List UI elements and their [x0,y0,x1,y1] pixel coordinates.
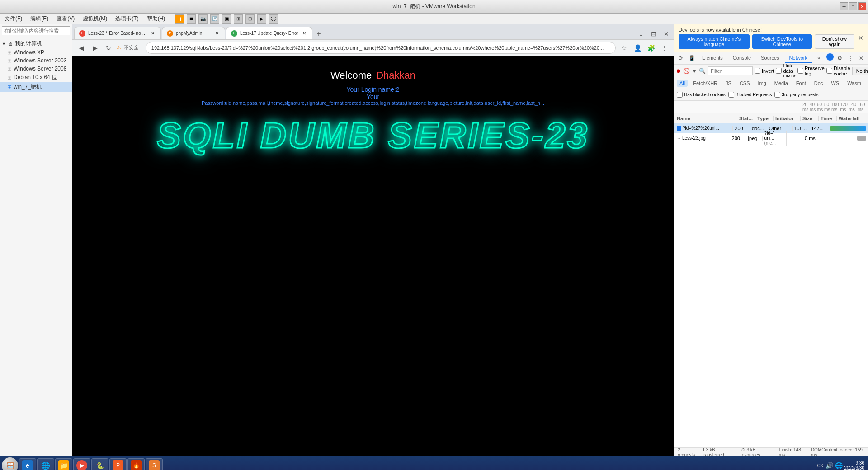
disable-cache-label[interactable]: Disable cache [826,66,850,76]
tab-chrome-close[interactable]: ✕ [661,28,672,39]
maximize-btn[interactable]: □ [849,2,857,10]
disable-cache-checkbox[interactable] [826,68,832,74]
sidebar-item-winxp[interactable]: ⊞ Windows XP [0,48,72,56]
filter-wasm[interactable]: Wasm [844,80,864,87]
switch-devtools-btn[interactable]: Switch DevTools to Chinese [752,34,812,49]
sidebar-item-win2008[interactable]: ⊞ Windows Server 2008 [0,65,72,73]
stop-icon[interactable]: ⏹ [187,14,196,24]
tab-close-1[interactable]: ✕ [214,30,220,37]
col-status[interactable]: Stat... [737,116,755,121]
throttle-select[interactable]: No throttling [852,67,868,75]
sidebar-search-container[interactable] [0,24,72,37]
taskbar-media[interactable]: ▶ [73,458,90,470]
fullscreen-icon[interactable]: ⛶ [269,14,278,24]
sidebar-item-win2003[interactable]: ⊞ Windows Server 2003 [0,56,72,65]
invert-label[interactable]: Invert [755,68,774,74]
more-options-icon[interactable]: ⋮ [845,53,855,63]
filter-doc[interactable]: Doc [811,80,826,87]
preserve-log-label[interactable]: Preserve log [797,66,825,76]
back-btn[interactable]: ◀ [76,42,87,53]
hide-data-urls-checkbox[interactable] [776,68,782,74]
filter-img[interactable]: Img [755,80,769,87]
view3-icon[interactable]: ⊟ [245,14,255,24]
tab-elements[interactable]: Elements [698,53,727,63]
tree-my-computer[interactable]: ▼ 🖥 我的计算机 [0,39,72,48]
filter-css[interactable]: CSS [737,80,753,87]
pause-icon[interactable]: ⏸ [175,14,184,24]
hide-data-urls-label[interactable]: Hide data URLs [776,63,796,79]
col-waterfall[interactable]: Waterfall [837,116,868,121]
taskbar-postman[interactable]: P [109,458,127,470]
sidebar-item-debian[interactable]: ⊞ Debian 10.x 64 位 [0,73,72,82]
browser-tab-1[interactable]: P phpMyAdmin ✕ [162,27,225,39]
tab-list-btn[interactable]: ⌄ [636,28,646,39]
blocked-cookies-label[interactable]: Has blocked cookies [677,92,726,98]
tab-restore-btn[interactable]: ⊟ [648,28,659,39]
taskbar-chrome[interactable]: 🌐 [37,458,54,470]
filter-all[interactable]: All [677,80,688,87]
menu-vm[interactable]: 虚拟机(M) [81,14,109,24]
close-btn[interactable]: ✕ [858,2,866,10]
filter-ws[interactable]: WS [828,80,842,87]
search-network-btn[interactable]: 🔍 [699,66,706,76]
clear-btn[interactable]: 🚫 [683,66,690,76]
profile-btn[interactable]: 👤 [632,42,643,53]
filter-fetch-xhr[interactable]: Fetch/XHR [690,80,720,87]
record-btn[interactable]: ⏺ [676,66,681,76]
browser-tab-0[interactable]: L Less-23 **Error Based- no co... ✕ [74,27,161,39]
snap-icon[interactable]: 📷 [198,14,208,24]
taskbar-files[interactable]: 📁 [55,458,72,470]
menu-file[interactable]: 文件(F) [3,14,24,24]
blocked-requests-label[interactable]: Blocked Requests [728,92,772,98]
third-party-checkbox[interactable] [774,92,780,98]
window-controls[interactable]: ─ □ ✕ [840,2,866,10]
col-time[interactable]: Time [819,116,837,121]
dont-show-btn[interactable]: Don't show again [815,34,854,49]
address-input[interactable] [146,42,616,54]
minimize-btn[interactable]: ─ [840,2,848,10]
devtools-close-btn[interactable]: ✕ [856,53,866,63]
col-size[interactable]: Size [801,116,819,121]
view1-icon[interactable]: ▣ [222,14,231,24]
network-filter-input[interactable] [708,66,753,75]
invert-checkbox[interactable] [755,68,760,74]
blocked-requests-checkbox[interactable] [728,92,734,98]
col-initiator[interactable]: Initiator [774,116,801,121]
menu-help[interactable]: 帮助(H) [145,14,167,24]
taskbar-burp[interactable]: 🔥 [127,458,145,470]
sidebar-search-input[interactable] [2,26,70,35]
filter-media[interactable]: Media [772,80,791,87]
menu-edit[interactable]: 编辑(E) [28,14,50,24]
refresh-btn[interactable]: ↻ [103,42,114,53]
cursor-icon[interactable]: ⟳ [676,53,686,63]
settings-icon[interactable]: ⚙ [835,53,844,63]
taskbar-sublime[interactable]: S [146,458,163,470]
forward-btn[interactable]: ▶ [90,42,100,53]
start-button[interactable]: 🪟 [2,457,18,470]
snap2-icon[interactable]: 🔄 [210,14,219,24]
match-language-btn[interactable]: Always match Chrome's language [679,34,750,49]
taskbar-pycharm[interactable]: 🐍 [91,458,108,470]
tab-sources[interactable]: Sources [756,53,783,63]
tab-network[interactable]: Network [785,53,812,63]
preserve-log-checkbox[interactable] [797,68,803,74]
notification-close-btn[interactable]: ✕ [858,34,863,42]
tab-close-0[interactable]: ✕ [150,30,156,37]
taskbar-ie[interactable]: e [19,458,36,470]
extensions-btn[interactable]: 🧩 [646,42,656,53]
menu-tabs[interactable]: 选项卡(T) [113,14,140,24]
new-tab-btn[interactable]: + [313,28,324,39]
play-icon[interactable]: ▶ [257,14,266,24]
bookmark-btn[interactable]: ☆ [618,42,629,53]
menu-btn[interactable]: ⋮ [659,42,670,53]
taskbar-clock[interactable]: 9:36 2022/3/30 [844,461,867,470]
menu-view[interactable]: 查看(V) [55,14,76,24]
network-row-1[interactable]: → Less-23.jpg 200 jpeg ?id=' uni... (me.… [674,133,868,143]
blocked-cookies-checkbox[interactable] [677,92,683,98]
col-type[interactable]: Type [755,116,774,121]
mobile-icon[interactable]: 📱 [687,53,697,63]
col-name[interactable]: Name [674,116,737,121]
tab-console[interactable]: Console [728,53,755,63]
view2-icon[interactable]: ⊞ [234,14,243,24]
sidebar-item-win7[interactable]: ⊞ win_7_靶机 [0,82,72,92]
